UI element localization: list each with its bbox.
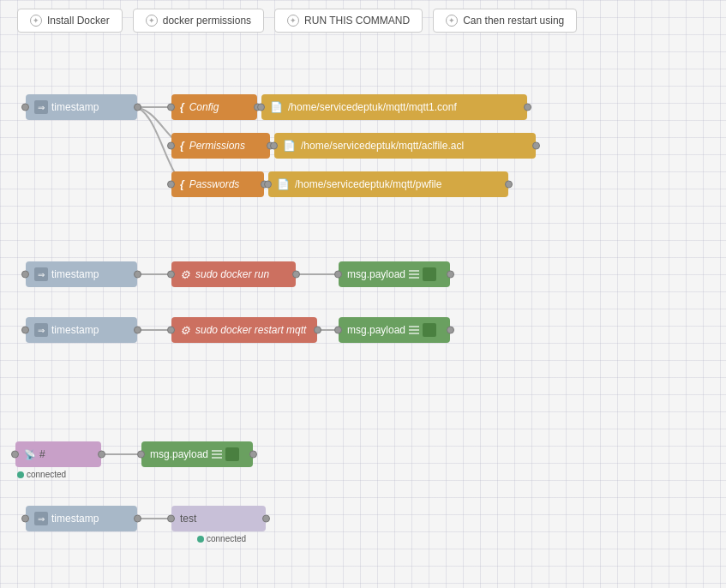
function-test-label: test — [180, 513, 196, 525]
mqtt-in-status: connected — [17, 470, 66, 479]
debug-right-box-3 — [423, 323, 436, 337]
exec-docker-run[interactable]: ⚙ sudo docker run — [171, 261, 296, 287]
tab-docker-permissions-label: docker permissions — [163, 15, 251, 27]
mqtt-in-status-label: connected — [27, 470, 66, 479]
inject-arrow-1: ⇒ — [38, 103, 45, 112]
debug-payload-2-label: msg.payload — [347, 268, 405, 280]
inject-box-3: ⇒ — [34, 323, 48, 337]
inject-timestamp-1[interactable]: ⇒ timestamp — [26, 94, 137, 120]
mqtt-in-hash-label: # — [39, 448, 45, 460]
tab-restart[interactable]: ✦ Can then restart using — [433, 9, 577, 33]
inject-timestamp-5[interactable]: ⇒ timestamp — [26, 506, 137, 531]
debug-payload-2[interactable]: msg.payload — [339, 261, 450, 287]
file-permissions-icon: 📄 — [283, 140, 296, 152]
inject-timestamp-5-label: timestamp — [51, 513, 99, 525]
function-test[interactable]: test — [171, 506, 266, 531]
debug-payload-2-port-left — [334, 271, 342, 279]
json-config-label: Config — [189, 101, 219, 113]
function-test-port-left — [167, 515, 175, 523]
json-permissions-brace: { — [180, 140, 184, 152]
inject-timestamp-2[interactable]: ⇒ timestamp — [26, 261, 137, 287]
inject-timestamp-2-port-left — [21, 271, 29, 279]
inject-timestamp-5-port-left — [21, 515, 29, 523]
debug-payload-4-label: msg.payload — [150, 448, 208, 460]
tab-docker-permissions-icon: ✦ — [146, 15, 158, 27]
wire-canvas — [0, 0, 726, 588]
file-passwords[interactable]: 📄 /home/servicedeptuk/mqtt/pwfile — [268, 171, 508, 197]
exec-docker-run-port-right — [292, 271, 300, 279]
inject-timestamp-2-label: timestamp — [51, 268, 99, 280]
inject-arrow-5: ⇒ — [38, 514, 45, 524]
inject-timestamp-2-port-right — [134, 271, 141, 279]
gear-icon-docker-restart: ⚙ — [180, 324, 190, 337]
json-passwords-port-left — [167, 181, 175, 189]
tab-install-docker-label: Install Docker — [47, 15, 110, 27]
tab-run-command-icon: ✦ — [287, 15, 299, 27]
mqtt-in-status-dot — [17, 471, 24, 478]
json-passwords-brace: { — [180, 178, 184, 190]
json-passwords[interactable]: { Passwords — [171, 171, 264, 197]
exec-docker-restart[interactable]: ⚙ sudo docker restart mqtt — [171, 317, 317, 343]
function-test-port-right — [262, 515, 270, 523]
debug-lines-2 — [409, 270, 419, 279]
function-test-status-label: connected — [207, 534, 246, 543]
file-config-port-right — [524, 104, 531, 111]
inject-timestamp-1-port-left — [21, 104, 29, 111]
inject-timestamp-3-port-left — [21, 327, 29, 334]
inject-timestamp-1-port-right — [134, 104, 141, 111]
mqtt-broadcast-icon: 📡 — [24, 449, 36, 460]
debug-payload-4-port-left — [137, 451, 145, 459]
debug-payload-3-port-right — [447, 327, 454, 334]
file-passwords-label: /home/servicedeptuk/mqtt/pwfile — [295, 178, 441, 190]
debug-right-box-4 — [225, 447, 239, 461]
debug-payload-2-port-right — [447, 271, 454, 279]
inject-timestamp-3[interactable]: ⇒ timestamp — [26, 317, 137, 343]
debug-payload-3-port-left — [334, 327, 342, 334]
inject-timestamp-5-port-right — [134, 515, 141, 523]
tab-bar: ✦ Install Docker ✦ docker permissions ✦ … — [17, 9, 577, 33]
file-permissions-port-left — [270, 142, 278, 150]
function-test-status: connected — [197, 534, 246, 543]
tab-install-docker[interactable]: ✦ Install Docker — [17, 9, 123, 33]
mqtt-in-hash-port-right — [98, 451, 105, 459]
debug-lines-3 — [409, 326, 419, 334]
mqtt-in-hash[interactable]: 📡 # — [15, 441, 101, 467]
inject-timestamp-1-label: timestamp — [51, 101, 99, 113]
gear-icon-docker-run: ⚙ — [180, 268, 190, 281]
tab-restart-label: Can then restart using — [463, 15, 564, 27]
json-passwords-label: Passwords — [189, 178, 240, 190]
json-config-port-left — [167, 104, 175, 111]
json-config-brace: { — [180, 101, 184, 113]
debug-right-box-2 — [423, 267, 436, 281]
file-config-port-left — [257, 104, 265, 111]
inject-box-2: ⇒ — [34, 267, 48, 281]
file-permissions-label: /home/servicedeptuk/mqtt/aclfile.acl — [301, 140, 464, 152]
json-permissions-label: Permissions — [189, 140, 245, 152]
exec-docker-run-label: sudo docker run — [195, 268, 269, 280]
tab-docker-permissions[interactable]: ✦ docker permissions — [133, 9, 264, 33]
function-test-status-dot — [197, 536, 204, 543]
inject-box-5: ⇒ — [34, 512, 48, 525]
inject-arrow-3: ⇒ — [38, 326, 45, 335]
inject-arrow-2: ⇒ — [38, 270, 45, 279]
exec-docker-run-port-left — [167, 271, 175, 279]
json-permissions[interactable]: { Permissions — [171, 133, 270, 159]
file-passwords-icon: 📄 — [277, 178, 290, 190]
exec-docker-restart-label: sudo docker restart mqtt — [195, 324, 306, 336]
debug-payload-3-label: msg.payload — [347, 324, 405, 336]
debug-payload-3[interactable]: msg.payload — [339, 317, 450, 343]
inject-timestamp-3-port-right — [134, 327, 141, 334]
file-passwords-port-left — [264, 181, 272, 189]
file-config[interactable]: 📄 /home/servicedeptuk/mqtt/mqtt1.conf — [261, 94, 527, 120]
file-passwords-port-right — [505, 181, 513, 189]
tab-install-docker-icon: ✦ — [30, 15, 42, 27]
tab-run-command-label: RUN THIS COMMAND — [304, 15, 410, 27]
file-permissions[interactable]: 📄 /home/servicedeptuk/mqtt/aclfile.acl — [274, 133, 536, 159]
exec-docker-restart-port-left — [167, 327, 175, 334]
tab-restart-icon: ✦ — [446, 15, 458, 27]
tab-run-command[interactable]: ✦ RUN THIS COMMAND — [274, 9, 423, 33]
json-config[interactable]: { Config — [171, 94, 257, 120]
debug-payload-4[interactable]: msg.payload — [141, 441, 253, 467]
file-config-icon: 📄 — [270, 101, 283, 113]
inject-box-1: ⇒ — [34, 100, 48, 114]
